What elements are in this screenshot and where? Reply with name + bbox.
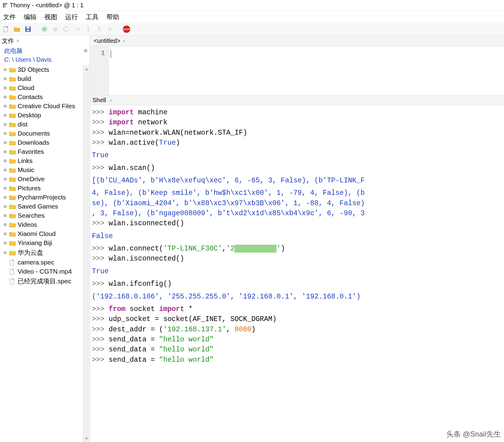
tree-folder[interactable]: ⊞Saved Games [1,202,82,211]
current-path[interactable]: C: \ Users \ Davis [0,56,90,65]
resume-icon[interactable] [106,25,114,33]
tree-folder[interactable]: ⊞PycharmProjects [1,193,82,202]
expander-icon[interactable]: ⊞ [4,86,7,90]
folder-icon [9,176,16,182]
step-over-icon[interactable] [73,25,82,33]
tree-folder[interactable]: ⊞OneDrive [1,174,82,184]
svg-rect-20 [111,27,112,31]
svg-rect-1 [3,3,7,4]
expander-icon[interactable]: ⊞ [4,204,7,209]
expander-icon[interactable]: ⊞ [4,104,7,108]
tree-folder[interactable]: ⊞3D Objects [1,65,82,74]
expander-icon[interactable]: ⊞ [4,77,7,81]
shell-line: >>> dest_addr = ('192.168.137.1', 8080) [91,325,503,335]
expander-icon[interactable]: ⊞ [4,150,7,154]
tree-folder[interactable]: ⊞Yinxiang Biji [1,238,82,247]
shell-line: >>> wlan.isconnected() [91,219,503,229]
folder-icon [9,185,16,191]
open-file-icon[interactable] [13,25,21,33]
expander-icon[interactable]: ⊞ [4,67,7,72]
expander-icon[interactable]: ⊞ [4,140,7,145]
tree-folder[interactable]: ⊞Favorites [1,147,82,156]
tree-folder[interactable]: ⊞Videos [1,220,82,229]
folder-icon [9,112,16,118]
menu-view[interactable]: 视图 [43,12,58,22]
editor-tab-untitled[interactable]: <untitled> × [92,37,127,45]
expander-icon[interactable]: ⊞ [4,122,7,126]
expander-icon[interactable]: ⊞ [4,186,7,190]
tree-folder[interactable]: ⊞Desktop [1,111,82,120]
shell-line: >>> wlan.active(True) [91,138,503,148]
tree-folder[interactable]: ⊞Downloads [1,138,82,147]
tree-folder[interactable]: ⊞Contacts [1,92,82,102]
expander-icon[interactable]: ⊞ [4,241,7,245]
tree-folder[interactable]: ⊞Music [1,165,82,174]
tree-folder[interactable]: ⊞dist [1,120,82,129]
expander-icon[interactable]: ⊞ [4,131,7,136]
code-editor[interactable] [109,47,504,95]
tree-file[interactable]: 已经完成项目.spec [1,276,82,286]
scroll-up-icon[interactable]: ▴ [83,65,90,72]
tree-item-label: build [18,75,31,82]
expander-icon[interactable]: ⊞ [4,223,7,227]
shell-line: >>> send_data = "hello world" [91,345,503,355]
tree-folder[interactable]: ⊞Creative Cloud Files [1,102,82,111]
files-tab-label[interactable]: 文件 [2,37,14,45]
tree-folder[interactable]: ⊞Links [1,156,82,165]
svg-marker-18 [98,27,100,29]
tree-folder[interactable]: ⊞Documents [1,129,82,138]
menu-tools[interactable]: 工具 [85,12,100,22]
tree-file[interactable]: camera.spec [1,258,82,267]
save-file-icon[interactable] [24,25,32,33]
close-icon[interactable]: × [16,38,19,44]
folder-icon [9,85,16,91]
editor-area: <untitled> × 1 Shell × >>> import machin… [90,36,504,442]
tree-item-label: Favorites [18,148,44,155]
tree-file[interactable]: Video - CGTN.mp4 [1,267,82,276]
svg-rect-7 [26,29,30,31]
shell-output[interactable]: >>> import machine>>> import network>>> … [90,105,504,442]
tree-folder[interactable]: ⊞Searches [1,211,82,220]
svg-marker-19 [109,27,111,31]
location-label[interactable]: 此电脑 [4,47,23,55]
stop-icon[interactable]: STOP [122,25,131,33]
close-icon[interactable]: × [109,98,112,103]
menu-run[interactable]: 运行 [64,12,79,22]
folder-icon [9,76,16,81]
tree-folder[interactable]: ⊞华为云盘 [1,247,82,258]
expander-icon[interactable]: ⊞ [4,168,7,172]
shell-tab-label[interactable]: Shell [92,97,106,103]
tree-folder[interactable]: ⊞Pictures [1,184,82,193]
expander-icon[interactable]: ⊞ [4,95,7,99]
folder-icon [9,158,16,164]
expander-icon[interactable]: ⊞ [4,213,7,218]
svg-text:STOP: STOP [123,28,130,31]
window-title: Thonny - <untitled> @ 1 : 1 [10,2,84,9]
expander-icon[interactable]: ⊞ [4,159,7,163]
tree-folder[interactable]: ⊞build [1,74,82,83]
debug-icon[interactable] [51,25,60,33]
tree-folder[interactable]: ⊞Xiaomi Cloud [1,229,82,238]
editor-body[interactable]: 1 [90,47,504,95]
expander-icon[interactable]: ⊞ [4,113,7,117]
scrollbar-vertical[interactable]: ▴ ▾ [83,65,90,442]
expander-icon[interactable]: ⊞ [4,195,7,199]
svg-rect-2 [5,5,5,8]
step-out-icon[interactable] [95,25,103,33]
tree-folder[interactable]: ⊞Cloud [1,83,82,92]
menu-icon[interactable]: ≡ [84,48,87,54]
new-file-icon[interactable] [2,25,10,33]
menu-edit[interactable]: 编辑 [23,12,38,22]
menu-file[interactable]: 文件 [2,12,17,22]
expander-icon[interactable]: ⊞ [4,177,7,181]
scroll-down-icon[interactable]: ▾ [83,435,90,442]
tree-item-label: Documents [18,130,50,137]
expander-icon[interactable]: ⊞ [4,232,7,236]
file-tree[interactable]: ⊞3D Objects⊞build⊞Cloud⊞Contacts⊞Creativ… [0,65,83,442]
expander-icon[interactable]: ⊞ [4,250,7,255]
menu-help[interactable]: 帮助 [105,12,120,22]
close-icon[interactable]: × [123,38,126,43]
step-back-icon[interactable] [62,25,71,33]
run-icon[interactable] [40,25,49,33]
step-into-icon[interactable] [84,25,92,33]
